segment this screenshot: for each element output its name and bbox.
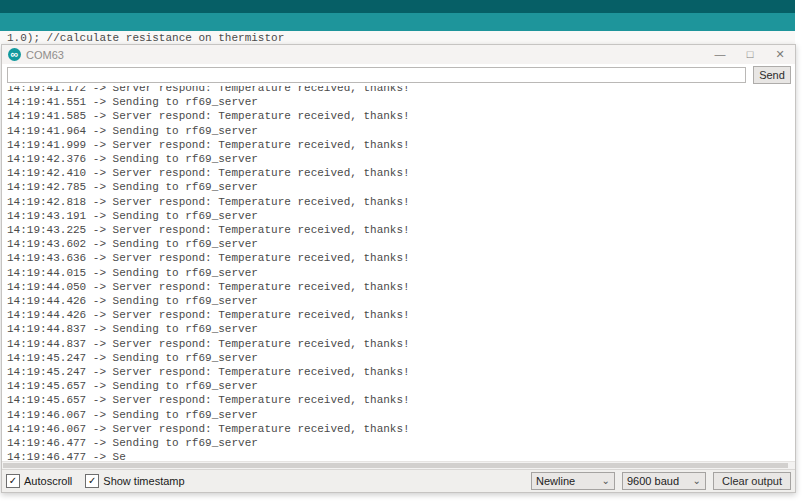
show-timestamp-label: Show timestamp — [103, 475, 184, 487]
autoscroll-checkbox[interactable]: ✓ — [6, 474, 20, 488]
chevron-down-icon: ⌄ — [602, 476, 610, 486]
baud-rate-value: 9600 baud — [627, 475, 693, 487]
send-row: Send — [2, 64, 795, 86]
console-line: 14:19:46.477 -> Se — [7, 450, 795, 461]
console-line: 14:19:43.225 -> Server respond: Temperat… — [7, 223, 795, 237]
console-line: 14:19:45.247 -> Server respond: Temperat… — [7, 365, 795, 379]
serial-monitor-window: ∞ COM63 — □ ✕ Send 14:19:41.172 -> Serve… — [1, 44, 796, 493]
console-line: 14:19:41.172 -> Server respond: Temperat… — [7, 86, 795, 95]
console-line: 14:19:44.015 -> Sending to rf69_server — [7, 266, 795, 280]
show-timestamp-checkbox[interactable]: ✓ — [85, 474, 99, 488]
autoscroll-toggle[interactable]: ✓ Autoscroll — [6, 474, 72, 488]
close-icon[interactable]: ✕ — [765, 45, 795, 64]
screen: 1.0); //calculate resistance on thermist… — [0, 0, 803, 504]
chevron-down-icon: ⌄ — [693, 476, 701, 486]
baud-rate-select[interactable]: 9600 baud ⌄ — [622, 472, 706, 490]
window-controls: — □ ✕ — [705, 45, 795, 64]
console-line: 14:19:44.426 -> Server respond: Temperat… — [7, 308, 795, 322]
ide-code-editor-strip: 1.0); //calculate resistance on thermist… — [0, 31, 795, 44]
console-line: 14:19:43.636 -> Server respond: Temperat… — [7, 251, 795, 265]
console-line: 14:19:44.837 -> Sending to rf69_server — [7, 322, 795, 336]
console-lines: 14:19:41.172 -> Server respond: Temperat… — [7, 86, 795, 461]
line-ending-select[interactable]: Newline ⌄ — [531, 472, 615, 490]
ide-toolbar — [0, 13, 795, 31]
horizontal-scrollbar-thumb[interactable] — [3, 463, 788, 468]
console-line: 14:19:46.067 -> Sending to rf69_server — [7, 408, 795, 422]
serial-output-area[interactable]: 14:19:41.172 -> Server respond: Temperat… — [2, 86, 795, 461]
ide-menu-strip — [0, 0, 795, 13]
line-ending-value: Newline — [536, 475, 602, 487]
horizontal-scrollbar[interactable] — [2, 461, 795, 469]
console-line: 14:19:43.191 -> Sending to rf69_server — [7, 209, 795, 223]
titlebar[interactable]: ∞ COM63 — □ ✕ — [2, 45, 795, 64]
console-line: 14:19:44.426 -> Sending to rf69_server — [7, 294, 795, 308]
console-line: 14:19:42.818 -> Server respond: Temperat… — [7, 195, 795, 209]
console-line: 14:19:43.602 -> Sending to rf69_server — [7, 237, 795, 251]
console-line: 14:19:42.410 -> Server respond: Temperat… — [7, 166, 795, 180]
console-line: 14:19:44.050 -> Server respond: Temperat… — [7, 280, 795, 294]
console-line: 14:19:45.657 -> Server respond: Temperat… — [7, 393, 795, 407]
console-line: 14:19:42.376 -> Sending to rf69_server — [7, 152, 795, 166]
console-line: 14:19:41.551 -> Sending to rf69_server — [7, 95, 795, 109]
console-line: 14:19:46.067 -> Server respond: Temperat… — [7, 422, 795, 436]
console-line: 14:19:41.585 -> Server respond: Temperat… — [7, 109, 795, 123]
status-bar: ✓ Autoscroll ✓ Show timestamp Newline ⌄ … — [2, 469, 795, 492]
console-line: 14:19:42.785 -> Sending to rf69_server — [7, 180, 795, 194]
clear-output-button[interactable]: Clear output — [713, 472, 791, 490]
show-timestamp-toggle[interactable]: ✓ Show timestamp — [85, 474, 184, 488]
serial-send-input[interactable] — [7, 67, 746, 83]
console-line: 14:19:45.657 -> Sending to rf69_server — [7, 379, 795, 393]
console-line: 14:19:45.247 -> Sending to rf69_server — [7, 351, 795, 365]
minimize-icon[interactable]: — — [705, 45, 735, 64]
autoscroll-label: Autoscroll — [24, 475, 72, 487]
console-line: 14:19:41.999 -> Server respond: Temperat… — [7, 138, 795, 152]
code-line: 1.0); //calculate resistance on thermist… — [7, 32, 795, 44]
send-button[interactable]: Send — [753, 66, 791, 84]
maximize-icon[interactable]: □ — [735, 45, 765, 64]
window-title: COM63 — [26, 49, 705, 61]
console-line: 14:19:46.477 -> Sending to rf69_server — [7, 436, 795, 450]
console-line: 14:19:44.837 -> Server respond: Temperat… — [7, 337, 795, 351]
console-line: 14:19:41.964 -> Sending to rf69_server — [7, 124, 795, 138]
arduino-icon: ∞ — [8, 48, 21, 61]
